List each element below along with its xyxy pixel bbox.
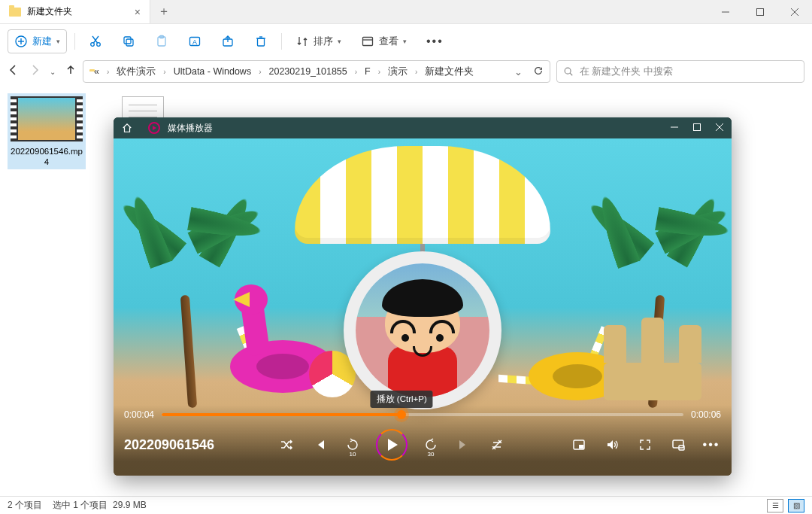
- svg-rect-1: [757, 8, 764, 15]
- refresh-button[interactable]: [533, 65, 544, 78]
- address-dropdown[interactable]: ⌄: [514, 66, 523, 78]
- scene-decoration: [295, 146, 550, 244]
- up-button[interactable]: [65, 64, 77, 79]
- volume-button[interactable]: [602, 435, 622, 455]
- player-maximize-button[interactable]: [692, 123, 701, 134]
- next-button[interactable]: [454, 435, 474, 455]
- progress-slider[interactable]: 播放 (Ctrl+P): [162, 413, 683, 416]
- new-tab-button[interactable]: ＋: [150, 0, 177, 23]
- more-button[interactable]: •••: [420, 29, 450, 53]
- close-button[interactable]: [777, 0, 812, 23]
- chevron-down-icon: ▾: [56, 38, 60, 45]
- player-app-icon: [148, 122, 160, 134]
- breadcrumb-item[interactable]: 软件演示: [117, 65, 156, 78]
- view-label: 查看: [379, 35, 398, 48]
- skip-forward-button[interactable]: 30: [421, 435, 441, 455]
- paste-button[interactable]: [149, 29, 174, 53]
- share-button[interactable]: [215, 29, 241, 53]
- chevron-right-icon: ›: [163, 68, 165, 76]
- svg-line-29: [492, 440, 501, 449]
- chevron-down-icon: ▾: [338, 38, 341, 45]
- breadcrumb-overflow[interactable]: «: [94, 66, 99, 77]
- address-row: ⌄ « › 软件演示 › UltData - Windows › 2023021…: [0, 59, 812, 87]
- scene-decoration: [344, 251, 501, 409]
- back-button[interactable]: [8, 64, 20, 79]
- toolbar: 新建 ▾ A 排序 ▾ 查看 ▾ •••: [0, 24, 812, 59]
- chevron-right-icon: ›: [107, 68, 109, 76]
- time-current: 0:00:04: [124, 409, 154, 420]
- search-placeholder: 在 新建文件夹 中搜索: [580, 65, 673, 78]
- chevron-right-icon: ›: [259, 68, 261, 76]
- mini-player-button[interactable]: [569, 435, 589, 455]
- breadcrumb-item[interactable]: 新建文件夹: [425, 65, 474, 78]
- new-label: 新建: [32, 35, 52, 48]
- play-button[interactable]: [376, 429, 408, 461]
- home-button[interactable]: [121, 123, 133, 133]
- svg-rect-12: [126, 39, 133, 46]
- cast-button[interactable]: [668, 435, 688, 455]
- item-count: 2 个项目: [8, 499, 42, 512]
- chevron-right-icon: ›: [378, 68, 380, 76]
- folder-icon: [9, 6, 21, 18]
- player-controls: 0:00:04 播放 (Ctrl+P) 0:00:06 202209061546…: [114, 405, 732, 476]
- media-player-window: 媒体播放器: [114, 117, 732, 476]
- player-app-name: 媒体播放器: [168, 122, 213, 135]
- address-bar[interactable]: « › 软件演示 › UltData - Windows › 20230219_…: [83, 60, 550, 83]
- svg-text:A: A: [192, 38, 197, 46]
- svg-rect-32: [673, 440, 683, 448]
- skip-back-button[interactable]: 10: [343, 435, 362, 455]
- delete-button[interactable]: [248, 29, 274, 53]
- history-dropdown[interactable]: ⌄: [50, 68, 56, 76]
- breadcrumb-item[interactable]: F: [365, 66, 371, 77]
- forward-button[interactable]: [29, 64, 41, 79]
- window-controls: [708, 0, 812, 23]
- breadcrumb-item[interactable]: 演示: [388, 65, 408, 78]
- play-tooltip: 播放 (Ctrl+P): [371, 391, 433, 408]
- svg-line-24: [570, 73, 572, 75]
- breadcrumb-item[interactable]: UltData - Windows: [174, 66, 252, 77]
- svg-rect-31: [579, 445, 583, 449]
- fullscreen-button[interactable]: [635, 435, 655, 455]
- tab-close-icon[interactable]: ×: [135, 6, 141, 18]
- breadcrumb-item[interactable]: 20230219_101855: [268, 66, 347, 77]
- svg-point-23: [565, 68, 571, 74]
- rename-button[interactable]: A: [182, 29, 208, 53]
- window-tab[interactable]: 新建文件夹 ×: [0, 0, 150, 23]
- chevron-right-icon: ›: [415, 68, 417, 76]
- search-input[interactable]: 在 新建文件夹 中搜索: [556, 60, 804, 83]
- tab-title: 新建文件夹: [27, 5, 72, 18]
- media-title: 202209061546: [124, 437, 214, 453]
- svg-point-7: [91, 43, 95, 47]
- video-canvas[interactable]: 0:00:04 播放 (Ctrl+P) 0:00:06 202209061546…: [114, 138, 732, 476]
- player-titlebar: 媒体播放器: [114, 117, 732, 138]
- thumbnails-view-button[interactable]: ▧: [788, 499, 804, 512]
- minimize-button[interactable]: [708, 0, 743, 23]
- view-button[interactable]: 查看 ▾: [355, 29, 413, 53]
- video-thumbnail-icon: [17, 96, 77, 141]
- separator: [281, 33, 282, 50]
- copy-button[interactable]: [116, 29, 141, 53]
- shuffle-button[interactable]: [277, 435, 296, 455]
- status-bar: 2 个项目 选中 1 个项目 29.9 MB ☰ ▧: [0, 496, 812, 514]
- new-button[interactable]: 新建 ▾: [8, 29, 67, 53]
- player-minimize-button[interactable]: [670, 123, 679, 134]
- more-button[interactable]: •••: [701, 435, 721, 455]
- window-titlebar: 新建文件夹 × ＋: [0, 0, 812, 24]
- chevron-down-icon: ▾: [403, 38, 407, 45]
- sort-button[interactable]: 排序 ▾: [289, 29, 347, 53]
- maximize-button[interactable]: [743, 0, 777, 23]
- details-view-button[interactable]: ☰: [767, 499, 783, 512]
- scene-decoration: [596, 318, 709, 400]
- svg-rect-21: [363, 38, 373, 46]
- svg-rect-11: [124, 37, 131, 44]
- svg-point-8: [97, 43, 101, 47]
- previous-button[interactable]: [310, 435, 329, 455]
- selection-info: 选中 1 个项目 29.9 MB: [53, 499, 147, 512]
- svg-rect-26: [694, 123, 701, 130]
- search-icon: [563, 66, 574, 77]
- time-total: 0:00:06: [691, 409, 721, 420]
- repeat-button[interactable]: [487, 435, 507, 455]
- file-item-video[interactable]: 202209061546.mp4: [8, 93, 86, 169]
- cut-button[interactable]: [83, 29, 108, 53]
- player-close-button[interactable]: [715, 123, 724, 134]
